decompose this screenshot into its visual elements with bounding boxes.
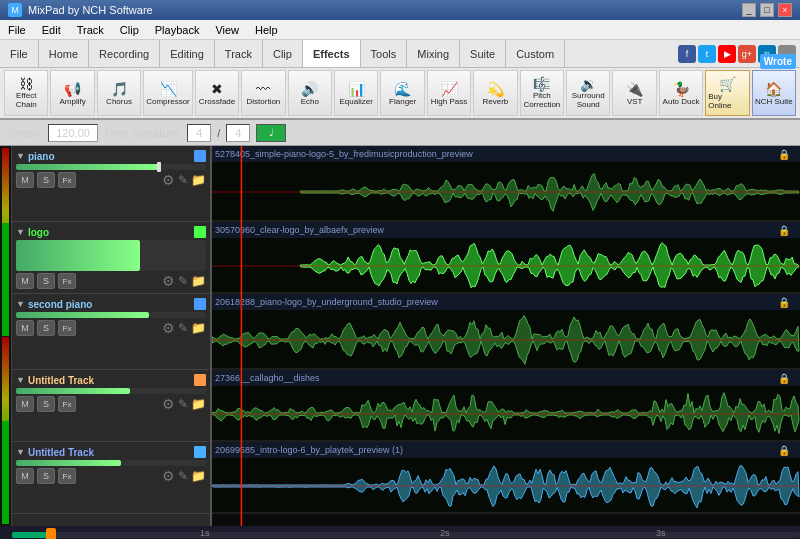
twitter-icon[interactable]: t bbox=[698, 45, 716, 63]
gplus-icon[interactable]: g+ bbox=[738, 45, 756, 63]
timeline-bar[interactable]: 1s 2s 3s bbox=[0, 526, 800, 539]
tab-recording[interactable]: Recording bbox=[89, 40, 160, 68]
tab-mixing[interactable]: Mixing bbox=[407, 40, 460, 68]
tab-editing[interactable]: Editing bbox=[160, 40, 215, 68]
vst-button[interactable]: 🔌 VST bbox=[612, 70, 656, 116]
surround-sound-button[interactable]: 🔉 Surround Sound bbox=[566, 70, 610, 116]
window-controls: _ □ × bbox=[742, 3, 792, 17]
menu-edit[interactable]: Edit bbox=[34, 22, 69, 38]
flanger-icon: 🌊 bbox=[394, 81, 411, 97]
tab-effects[interactable]: Effects bbox=[303, 40, 361, 68]
track-logo-fx[interactable]: Fx bbox=[58, 273, 76, 289]
flanger-button[interactable]: 🌊 Flanger bbox=[380, 70, 424, 116]
highpass-icon: 📈 bbox=[441, 81, 458, 97]
tab-tools[interactable]: Tools bbox=[361, 40, 408, 68]
track-untitled2-mute[interactable]: M bbox=[16, 468, 34, 484]
track-header-logo: ▼ logo M S Fx ⚙ ✎ 📁 bbox=[12, 222, 210, 294]
track-piano-mute[interactable]: M bbox=[16, 172, 34, 188]
tab-clip[interactable]: Clip bbox=[263, 40, 303, 68]
playhead-thumb[interactable] bbox=[46, 528, 56, 539]
amplify-label: Amplify bbox=[59, 97, 85, 106]
reverb-button[interactable]: 💫 Reverb bbox=[473, 70, 517, 116]
echo-button[interactable]: 🔊 Echo bbox=[288, 70, 332, 116]
menu-clip[interactable]: Clip bbox=[112, 22, 147, 38]
track-logo-mute[interactable]: M bbox=[16, 273, 34, 289]
track-piano-pencil-icon[interactable]: ✎ bbox=[178, 173, 188, 187]
maximize-button[interactable]: □ bbox=[760, 3, 774, 17]
track-untitled2-settings-icon[interactable]: ⚙ bbox=[162, 468, 175, 484]
time-sig-num[interactable]: 4 bbox=[187, 124, 211, 142]
track-piano-vol-slider[interactable] bbox=[16, 164, 206, 170]
menu-file[interactable]: File bbox=[0, 22, 34, 38]
track-logo-pencil-icon[interactable]: ✎ bbox=[178, 274, 188, 288]
tab-custom[interactable]: Custom bbox=[506, 40, 565, 68]
track-untitled2-solo[interactable]: S bbox=[37, 468, 55, 484]
youtube-icon[interactable]: ▶ bbox=[718, 45, 736, 63]
equalizer-button[interactable]: 📊 Equalizer bbox=[334, 70, 378, 116]
track-piano-fx[interactable]: Fx bbox=[58, 172, 76, 188]
track-second-piano-folder-icon[interactable]: 📁 bbox=[191, 321, 206, 335]
track-logo-settings-icon[interactable]: ⚙ bbox=[162, 273, 175, 289]
amplify-button[interactable]: 📢 Amplify bbox=[50, 70, 94, 116]
tab-file[interactable]: File bbox=[0, 40, 39, 68]
track-second-piano-settings-icon[interactable]: ⚙ bbox=[162, 320, 175, 336]
track-untitled2-folder-icon[interactable]: 📁 bbox=[191, 469, 206, 483]
minimize-button[interactable]: _ bbox=[742, 3, 756, 17]
wrote-indicator: Wrote bbox=[760, 68, 796, 69]
tab-home[interactable]: Home bbox=[39, 40, 89, 68]
app-title: MixPad by NCH Software bbox=[28, 4, 153, 16]
close-button[interactable]: × bbox=[778, 3, 792, 17]
track-logo-vol-slider[interactable] bbox=[16, 240, 206, 271]
menu-view[interactable]: View bbox=[207, 22, 247, 38]
facebook-icon[interactable]: f bbox=[678, 45, 696, 63]
pitch-label: Pitch Correction bbox=[523, 92, 561, 110]
effect-chain-button[interactable]: ⛓ Effect Chain bbox=[4, 70, 48, 116]
track-logo-folder-icon[interactable]: 📁 bbox=[191, 274, 206, 288]
track-untitled2-fx[interactable]: Fx bbox=[58, 468, 76, 484]
track-piano-folder-icon[interactable]: 📁 bbox=[191, 173, 206, 187]
track-piano-solo[interactable]: S bbox=[37, 172, 55, 188]
track-second-piano-pencil-icon[interactable]: ✎ bbox=[178, 321, 188, 335]
pitch-correction-button[interactable]: 🎼 Pitch Correction bbox=[520, 70, 564, 116]
highpass-button[interactable]: 📈 High Pass bbox=[427, 70, 471, 116]
track-logo-solo[interactable]: S bbox=[37, 273, 55, 289]
distortion-button[interactable]: 〰 Distortion bbox=[241, 70, 285, 116]
auto-duck-button[interactable]: 🦆 Auto Duck bbox=[659, 70, 703, 116]
track-second-piano-arrow: ▼ bbox=[16, 299, 25, 309]
tempo-input[interactable]: 120.00 bbox=[48, 124, 98, 142]
compressor-label: Compressor bbox=[146, 97, 190, 106]
track-untitled1-settings-icon[interactable]: ⚙ bbox=[162, 396, 175, 412]
track-untitled1-fx[interactable]: Fx bbox=[58, 396, 76, 412]
track-second-piano-vol-slider[interactable] bbox=[16, 312, 206, 318]
track-second-piano-mute[interactable]: M bbox=[16, 320, 34, 336]
crossfade-label: Crossfade bbox=[199, 97, 235, 106]
crossfade-button[interactable]: ✖ Crossfade bbox=[195, 70, 239, 116]
track-piano-settings-icon[interactable]: ⚙ bbox=[162, 172, 175, 188]
waveform-area[interactable] bbox=[212, 146, 800, 526]
title-bar-title: M MixPad by NCH Software bbox=[8, 3, 153, 17]
metronome-button[interactable]: ♩ bbox=[256, 124, 286, 142]
track-piano-name-row: ▼ piano bbox=[16, 150, 206, 162]
track-untitled1-pencil-icon[interactable]: ✎ bbox=[178, 397, 188, 411]
menu-playback[interactable]: Playback bbox=[147, 22, 208, 38]
track-untitled1-vol-slider[interactable] bbox=[16, 388, 206, 394]
menu-help[interactable]: Help bbox=[247, 22, 286, 38]
compressor-button[interactable]: 📉 Compressor bbox=[143, 70, 193, 116]
track-second-piano-solo[interactable]: S bbox=[37, 320, 55, 336]
time-sig-den[interactable]: 4 bbox=[226, 124, 250, 142]
chorus-button[interactable]: 🎵 Chorus bbox=[97, 70, 141, 116]
tab-track[interactable]: Track bbox=[215, 40, 263, 68]
menu-track[interactable]: Track bbox=[69, 22, 112, 38]
track-second-piano-fx[interactable]: Fx bbox=[58, 320, 76, 336]
track-untitled1-mute[interactable]: M bbox=[16, 396, 34, 412]
nch-suite-button[interactable]: 🏠 NCH Suite bbox=[752, 70, 796, 116]
tab-suite[interactable]: Suite bbox=[460, 40, 506, 68]
track-untitled1-solo[interactable]: S bbox=[37, 396, 55, 412]
track-untitled2-pencil-icon[interactable]: ✎ bbox=[178, 469, 188, 483]
track-untitled1-folder-icon[interactable]: 📁 bbox=[191, 397, 206, 411]
track-untitled2-vol-slider[interactable] bbox=[16, 460, 206, 466]
title-bar: M MixPad by NCH Software _ □ × bbox=[0, 0, 800, 20]
reverb-icon: 💫 bbox=[487, 81, 504, 97]
volume-meter bbox=[0, 146, 12, 526]
buy-online-button[interactable]: 🛒 Buy Online bbox=[705, 70, 749, 116]
